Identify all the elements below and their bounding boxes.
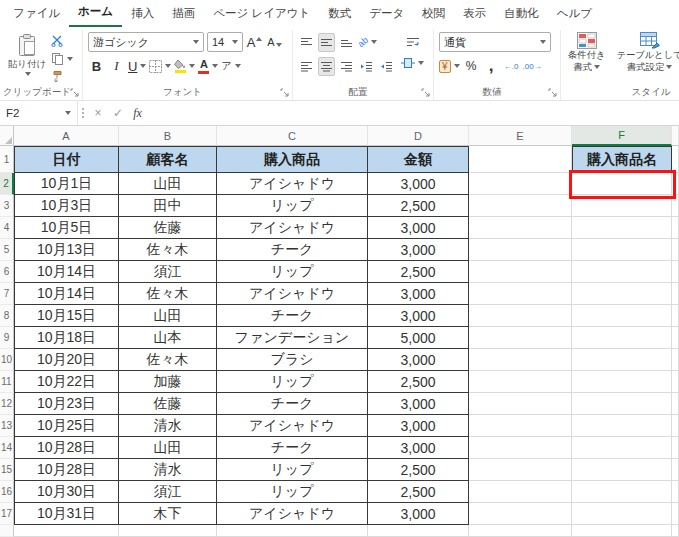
cell-partial[interactable]: [672, 146, 679, 173]
cell[interactable]: [469, 173, 572, 195]
cell-header[interactable]: 日付: [14, 146, 119, 173]
row-header-14[interactable]: 14: [0, 437, 14, 459]
cell[interactable]: [469, 393, 572, 415]
cell-partial[interactable]: [672, 349, 679, 371]
cell[interactable]: 佐藤: [119, 393, 217, 415]
row-header-2[interactable]: 2: [0, 173, 14, 195]
cell[interactable]: アイシャドウ: [217, 217, 368, 239]
row-header-partial[interactable]: [0, 525, 14, 537]
percent-style-button[interactable]: %: [463, 57, 480, 76]
cell[interactable]: 須江: [119, 481, 217, 503]
increase-font-size-button[interactable]: A: [246, 33, 263, 52]
conditional-formatting-button[interactable]: 条件付き 書式: [566, 31, 607, 73]
cell[interactable]: 3,000: [368, 173, 469, 195]
alignment-dialog-launcher[interactable]: [420, 87, 431, 98]
row-header-8[interactable]: 8: [0, 305, 14, 327]
cell[interactable]: [572, 195, 672, 217]
cell[interactable]: [572, 283, 672, 305]
cell[interactable]: [469, 327, 572, 349]
cell[interactable]: 2,500: [368, 195, 469, 217]
increase-indent-button[interactable]: [378, 57, 395, 76]
tab-home[interactable]: ホーム: [69, 0, 122, 27]
paste-button[interactable]: 貼り付け: [7, 31, 47, 84]
cell[interactable]: 2,500: [368, 261, 469, 283]
decrease-decimal-button[interactable]: .00→: [523, 57, 542, 76]
cell[interactable]: アイシャドウ: [217, 503, 368, 525]
cell[interactable]: [572, 173, 672, 195]
clipboard-dialog-launcher[interactable]: [69, 87, 80, 98]
cell[interactable]: 10月28日: [14, 437, 119, 459]
cell[interactable]: [572, 239, 672, 261]
cell[interactable]: リップ: [217, 371, 368, 393]
cell[interactable]: 山本: [119, 327, 217, 349]
row-header-3[interactable]: 3: [0, 195, 14, 217]
cell[interactable]: [572, 481, 672, 503]
cell[interactable]: チーク: [217, 305, 368, 327]
cell[interactable]: 田中: [119, 195, 217, 217]
column-header-c[interactable]: C: [217, 126, 368, 146]
cell[interactable]: [469, 481, 572, 503]
cell-partial[interactable]: [672, 371, 679, 393]
cell[interactable]: [119, 525, 217, 537]
cell[interactable]: [469, 503, 572, 525]
select-all-button[interactable]: [0, 126, 14, 146]
tab-file[interactable]: ファイル: [4, 1, 69, 27]
cell[interactable]: [469, 415, 572, 437]
row-header-12[interactable]: 12: [0, 393, 14, 415]
cell[interactable]: 3,000: [368, 503, 469, 525]
tab-help[interactable]: ヘルプ: [548, 1, 601, 27]
align-middle-button[interactable]: [318, 33, 335, 52]
column-header-d[interactable]: D: [368, 126, 469, 146]
cell-partial[interactable]: [672, 261, 679, 283]
cell[interactable]: 10月30日: [14, 481, 119, 503]
cell[interactable]: [368, 525, 469, 537]
cell-partial[interactable]: [672, 503, 679, 525]
cell-partial[interactable]: [672, 327, 679, 349]
row-header-10[interactable]: 10: [0, 349, 14, 371]
cell[interactable]: 3,000: [368, 349, 469, 371]
cell[interactable]: 佐藤: [119, 217, 217, 239]
orientation-button[interactable]: ab: [358, 33, 377, 52]
tab-review[interactable]: 校閲: [413, 1, 454, 27]
cell[interactable]: 山田: [119, 437, 217, 459]
cell-header[interactable]: 購入商品: [217, 146, 368, 173]
cell[interactable]: [572, 503, 672, 525]
cell-partial[interactable]: [672, 305, 679, 327]
cell[interactable]: [572, 393, 672, 415]
tab-insert[interactable]: 挿入: [122, 1, 163, 27]
cell[interactable]: [469, 146, 572, 173]
comma-style-button[interactable]: ,: [483, 57, 500, 76]
cell[interactable]: [572, 371, 672, 393]
cell-header[interactable]: 金額: [368, 146, 469, 173]
align-right-button[interactable]: [338, 57, 355, 76]
font-color-button[interactable]: A: [198, 57, 218, 76]
cell[interactable]: 3,000: [368, 305, 469, 327]
cell-partial[interactable]: [672, 173, 679, 195]
cell[interactable]: 10月13日: [14, 239, 119, 261]
cell[interactable]: チーク: [217, 437, 368, 459]
number-format-select[interactable]: 通貨: [439, 32, 551, 52]
cell-partial[interactable]: [672, 459, 679, 481]
cell[interactable]: 3,000: [368, 393, 469, 415]
cell-partial[interactable]: [672, 239, 679, 261]
number-dialog-launcher[interactable]: [547, 87, 558, 98]
column-header-e[interactable]: E: [469, 126, 572, 146]
row-header-6[interactable]: 6: [0, 261, 14, 283]
wrap-text-button[interactable]: [401, 32, 424, 51]
fill-color-button[interactable]: [174, 57, 195, 76]
align-bottom-button[interactable]: [338, 33, 355, 52]
cell[interactable]: [14, 525, 119, 537]
cell[interactable]: 10月18日: [14, 327, 119, 349]
cell-partial[interactable]: [672, 283, 679, 305]
cell[interactable]: [469, 437, 572, 459]
align-center-button[interactable]: [318, 57, 335, 76]
enter-icon[interactable]: ✓: [108, 101, 128, 125]
cell-partial[interactable]: [672, 217, 679, 239]
cell[interactable]: アイシャドウ: [217, 173, 368, 195]
cell[interactable]: [469, 525, 572, 537]
cell[interactable]: 山田: [119, 305, 217, 327]
cell[interactable]: 10月31日: [14, 503, 119, 525]
row-header-13[interactable]: 13: [0, 415, 14, 437]
phonetic-guide-button[interactable]: ア: [221, 57, 240, 76]
cell[interactable]: 木下: [119, 503, 217, 525]
